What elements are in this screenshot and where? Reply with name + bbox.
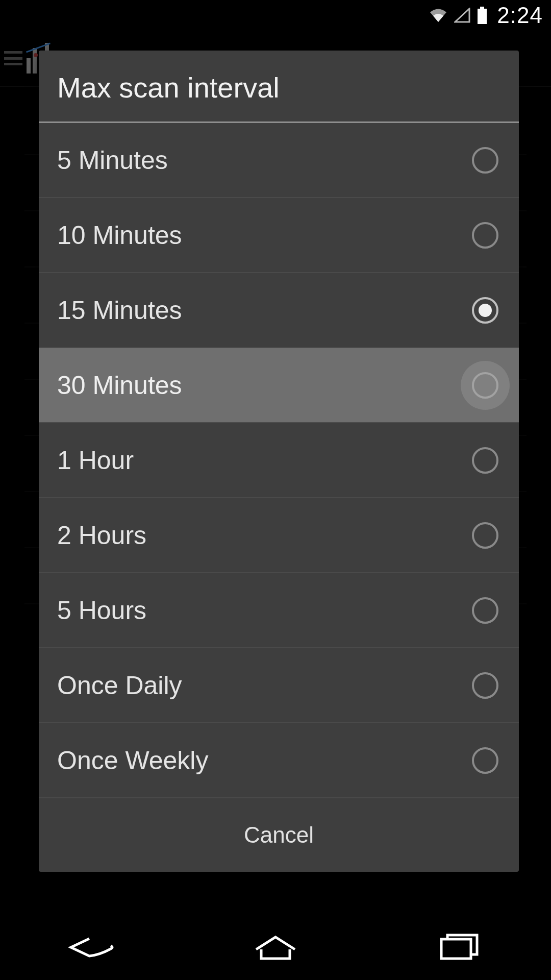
wifi-icon <box>429 8 448 23</box>
radio-icon <box>472 222 498 249</box>
interval-option-label: Once Weekly <box>57 746 208 775</box>
interval-option-label: 30 Minutes <box>57 371 182 400</box>
svg-rect-1 <box>478 9 487 24</box>
scan-interval-dialog: Max scan interval 5 Minutes10 Minutes15 … <box>39 51 519 872</box>
interval-option-label: 1 Hour <box>57 446 134 475</box>
cellular-icon <box>454 8 470 23</box>
svg-rect-2 <box>441 939 471 959</box>
interval-option[interactable]: 1 Hour <box>39 423 519 498</box>
status-bar: 2:24 <box>0 0 551 31</box>
navigation-bar <box>0 915 551 980</box>
interval-option[interactable]: 5 Hours <box>39 573 519 648</box>
interval-option[interactable]: 2 Hours <box>39 498 519 573</box>
interval-option-label: 10 Minutes <box>57 220 182 250</box>
interval-option[interactable]: Once Weekly <box>39 723 519 798</box>
interval-option-label: 5 Hours <box>57 596 146 625</box>
svg-rect-0 <box>480 7 484 9</box>
interval-option[interactable]: 10 Minutes <box>39 198 519 273</box>
dialog-footer: Cancel <box>39 798 519 872</box>
nav-recents-button[interactable] <box>429 929 490 965</box>
interval-option[interactable]: Once Daily <box>39 648 519 723</box>
interval-option[interactable]: 5 Minutes <box>39 123 519 198</box>
radio-icon <box>472 447 498 474</box>
radio-icon <box>472 297 498 324</box>
interval-option-label: Once Daily <box>57 671 182 700</box>
battery-icon <box>477 7 488 24</box>
interval-option-label: 2 Hours <box>57 521 146 550</box>
nav-back-button[interactable] <box>61 929 122 965</box>
radio-icon <box>472 522 498 549</box>
radio-icon <box>472 372 498 399</box>
interval-option-label: 15 Minutes <box>57 296 182 325</box>
radio-icon <box>472 747 498 774</box>
dialog-title: Max scan interval <box>39 51 519 121</box>
cancel-button[interactable]: Cancel <box>244 822 314 848</box>
interval-option[interactable]: 15 Minutes <box>39 273 519 348</box>
nav-home-button[interactable] <box>245 929 306 965</box>
interval-option-label: 5 Minutes <box>57 145 168 175</box>
radio-icon <box>472 597 498 624</box>
status-time: 2:24 <box>497 3 543 28</box>
radio-icon <box>472 147 498 174</box>
hamburger-icon <box>4 51 22 65</box>
radio-icon <box>472 672 498 699</box>
interval-option[interactable]: 30 Minutes <box>39 348 519 423</box>
